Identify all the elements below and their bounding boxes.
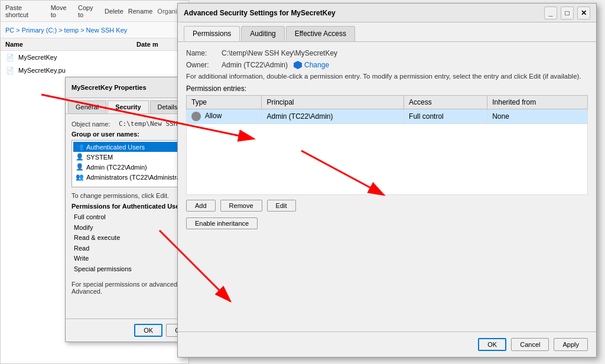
name-value: C:\temp\New SSH Key\MySecretKey [222, 49, 337, 57]
perm-note: For additional information, double-click… [186, 73, 588, 80]
group-icon: 👥 [76, 143, 84, 151]
copy-to[interactable]: Copy to [78, 4, 100, 18]
file-icon: 📄 [5, 66, 15, 75]
name-label: Name: [186, 49, 222, 57]
close-button[interactable]: ✕ [577, 6, 590, 20]
cell-access: Full control [404, 109, 487, 124]
cancel-button[interactable]: Cancel [511, 338, 549, 351]
object-name-value: C:\temp\New SSH [119, 120, 177, 128]
delete[interactable]: Delete [105, 8, 123, 15]
col-inherited: Inherited from [487, 96, 588, 109]
user-icon [191, 112, 201, 121]
col-principal: Principal [262, 96, 404, 109]
tab-effective-access[interactable]: Effective Access [286, 26, 355, 41]
advanced-titlebar: Advanced Security Settings for MySecretK… [178, 4, 596, 22]
owner-value: Admin (TC22\Admin) [222, 61, 288, 69]
advanced-body: Name: C:\temp\New SSH Key\MySecretKey Ow… [178, 42, 596, 332]
ok-button[interactable]: OK [134, 324, 162, 337]
advanced-tabs: Permissions Auditing Effective Access [178, 22, 596, 42]
titlebar-controls: _ □ ✕ [544, 6, 590, 20]
advanced-title: Advanced Security Settings for MySecretK… [184, 9, 336, 17]
enable-inheritance-button[interactable]: Enable inheritance [186, 217, 258, 229]
change-link[interactable]: Change [294, 61, 329, 69]
edit-button[interactable]: Edit [267, 200, 296, 212]
ok-button[interactable]: OK [478, 338, 506, 351]
move-to[interactable]: Move to [51, 4, 73, 18]
properties-title: MySecretKey Properties [71, 84, 147, 91]
permissions-table: Type Principal Access Inherited from All… [186, 95, 588, 195]
group-icon: 👤 [76, 153, 84, 161]
col-name-header: Name [5, 41, 136, 48]
explorer-toolbar: Paste shortcut Move to Copy to Delete Re… [1, 1, 188, 22]
tab-permissions[interactable]: Permissions [184, 26, 240, 41]
advanced-footer: OK Cancel Apply [178, 332, 596, 357]
apply-button[interactable]: Apply [554, 338, 588, 351]
owner-label: Owner: [186, 61, 222, 69]
file-name: MySecretKey.pu [18, 67, 66, 74]
owner-row: Owner: Admin (TC22\Admin) Change [186, 61, 588, 69]
tab-auditing[interactable]: Auditing [241, 26, 284, 41]
maximize-button[interactable]: □ [561, 6, 574, 20]
perm-entries-label: Permission entries: [186, 84, 588, 93]
shield-icon [294, 61, 302, 69]
add-button[interactable]: Add [186, 200, 216, 212]
rename[interactable]: Rename [128, 8, 153, 15]
paste-shortcut[interactable]: Paste shortcut [5, 4, 46, 18]
group-icon: 👥 [76, 173, 84, 181]
object-name-label: Object name: [71, 121, 119, 128]
col-access: Access [404, 96, 487, 109]
cell-type: Allow [187, 109, 262, 124]
file-name: MySecretKey [18, 54, 57, 61]
remove-button[interactable]: Remove [220, 200, 262, 212]
file-icon: 📄 [5, 53, 15, 62]
name-row: Name: C:\temp\New SSH Key\MySecretKey [186, 49, 588, 57]
col-type: Type [187, 96, 262, 109]
tab-security[interactable]: Security [108, 100, 148, 113]
perm-actions: Add Remove Edit [186, 200, 588, 212]
list-item[interactable]: 📄 MySecretKey [1, 51, 188, 64]
tab-general[interactable]: General [68, 100, 106, 113]
cell-inherited: None [487, 109, 588, 124]
group-icon: 👤 [76, 163, 84, 171]
breadcrumb: PC > Primary (C:) > temp > New SSH Key [1, 22, 188, 38]
col-date-header: Date m [136, 41, 184, 48]
minimize-button[interactable]: _ [544, 6, 557, 20]
cell-principal: Admin (TC22\Admin) [262, 109, 404, 124]
list-item[interactable]: 📄 MySecretKey.pu [1, 64, 188, 77]
list-header: Name Date m [1, 38, 188, 51]
table-row[interactable]: Allow Admin (TC22\Admin) Full control No… [187, 109, 588, 124]
inherit-row: Enable inheritance [186, 217, 588, 229]
advanced-security-dialog: Advanced Security Settings for MySecretK… [177, 3, 597, 358]
